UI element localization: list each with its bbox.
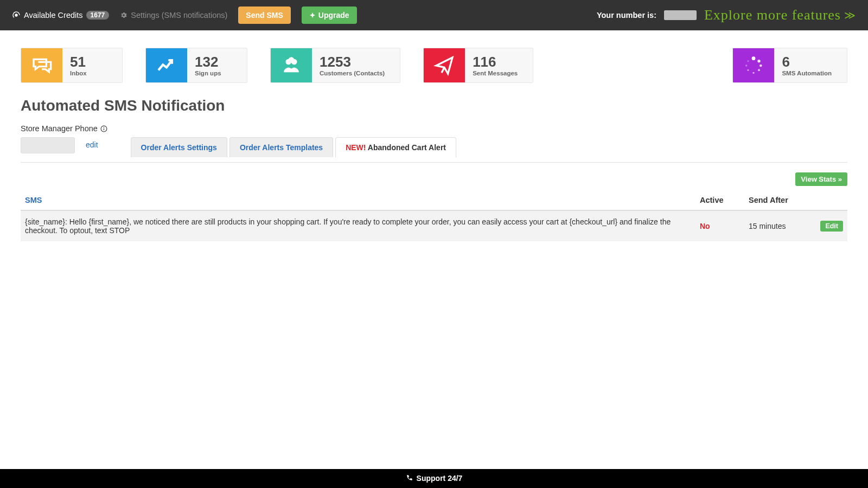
explore-label: Explore more features bbox=[704, 7, 841, 23]
your-number-label: Your number is: bbox=[597, 11, 656, 20]
stat-body: 132 Sign ups bbox=[187, 48, 247, 82]
stat-card-sent[interactable]: 116 Sent Messages bbox=[423, 48, 533, 83]
cell-sms: {site_name}: Hello {first_name}, we noti… bbox=[21, 210, 695, 241]
available-credits[interactable]: Available Credits 1677 bbox=[12, 11, 109, 20]
phone-value bbox=[21, 137, 75, 153]
explore-features-link[interactable]: Explore more features ≫ bbox=[704, 7, 856, 23]
svg-point-5 bbox=[760, 64, 762, 67]
stat-card-customers[interactable]: 1253 Customers (Contacts) bbox=[270, 48, 400, 83]
stat-label: Sign ups bbox=[195, 70, 232, 76]
th-actions bbox=[815, 190, 847, 210]
users-icon bbox=[271, 48, 312, 82]
stat-value: 132 bbox=[195, 55, 232, 69]
svg-point-2 bbox=[289, 57, 295, 63]
gear-icon bbox=[120, 11, 127, 19]
page-title: Automated SMS Notification bbox=[21, 97, 847, 114]
sms-table: SMS Active Send After {site_name}: Hello… bbox=[21, 190, 847, 241]
svg-point-7 bbox=[753, 72, 755, 73]
tab-label: Order Alerts Settings bbox=[141, 143, 217, 152]
plane-icon bbox=[424, 48, 465, 82]
table-header-row: SMS Active Send After bbox=[21, 190, 847, 210]
settings-label: Settings (SMS notifications) bbox=[131, 11, 227, 20]
topbar-right: Your number is: Explore more features ≫ bbox=[597, 7, 856, 23]
chat-icon bbox=[21, 48, 62, 82]
tab-label: Order Alerts Templates bbox=[240, 143, 323, 152]
send-sms-button[interactable]: Send SMS bbox=[238, 7, 290, 24]
stat-body: 116 Sent Messages bbox=[465, 48, 533, 82]
topbar-left: Available Credits 1677 Settings (SMS not… bbox=[12, 7, 357, 24]
upgrade-button[interactable]: Upgrade bbox=[302, 7, 357, 24]
upgrade-label: Upgrade bbox=[318, 11, 349, 20]
stat-card-automation[interactable]: 6 SMS Automation bbox=[732, 48, 847, 83]
spinner-icon bbox=[733, 48, 774, 82]
stat-value: 6 bbox=[782, 55, 832, 69]
cell-actions: Edit bbox=[815, 210, 847, 241]
view-stats-button[interactable]: View Stats » bbox=[795, 172, 847, 186]
phone-edit-link[interactable]: edit bbox=[86, 140, 98, 149]
credits-label: Available Credits bbox=[24, 11, 83, 20]
main-container: Automated SMS Notification Store Manager… bbox=[0, 97, 868, 241]
edit-button[interactable]: Edit bbox=[820, 221, 843, 232]
tab-abandoned-cart-alert[interactable]: NEW! Abandoned Cart Alert bbox=[335, 137, 456, 158]
stat-body: 1253 Customers (Contacts) bbox=[312, 48, 400, 82]
settings-link[interactable]: Settings (SMS notifications) bbox=[120, 11, 227, 20]
tab-new-badge: NEW! bbox=[346, 143, 366, 152]
view-stats-row: View Stats » bbox=[21, 172, 847, 186]
stats-row: 51 Inbox 132 Sign ups 1253 Customers (Co… bbox=[0, 30, 868, 93]
phone-label: Store Manager Phone bbox=[21, 124, 98, 133]
svg-point-9 bbox=[745, 65, 747, 66]
stat-label: Customers (Contacts) bbox=[320, 70, 385, 76]
phone-section: Store Manager Phone edit Order Alerts Se… bbox=[21, 124, 847, 157]
svg-point-4 bbox=[758, 60, 761, 62]
stat-label: Sent Messages bbox=[473, 70, 518, 76]
phone-label-row: Store Manager Phone bbox=[21, 124, 847, 133]
svg-point-6 bbox=[758, 69, 760, 71]
tab-order-alerts-settings[interactable]: Order Alerts Settings bbox=[131, 137, 227, 157]
stat-label: Inbox bbox=[70, 70, 107, 76]
active-value: No bbox=[700, 222, 710, 230]
svg-point-12 bbox=[104, 127, 105, 128]
svg-point-8 bbox=[748, 69, 749, 70]
tab-label: Abandoned Cart Alert bbox=[368, 143, 446, 152]
th-sms-link[interactable]: SMS bbox=[25, 196, 42, 204]
stat-card-inbox[interactable]: 51 Inbox bbox=[21, 48, 123, 83]
th-sms[interactable]: SMS bbox=[21, 190, 695, 210]
cell-send-after: 15 minutes bbox=[744, 210, 815, 241]
dashboard-icon bbox=[12, 11, 21, 20]
th-active: Active bbox=[695, 190, 744, 210]
stat-value: 116 bbox=[473, 55, 518, 69]
info-icon[interactable] bbox=[100, 125, 107, 132]
chevron-right-icon: ≫ bbox=[844, 9, 856, 22]
stat-value: 51 bbox=[70, 55, 107, 69]
topbar: Available Credits 1677 Settings (SMS not… bbox=[0, 0, 868, 30]
th-send-after: Send After bbox=[744, 190, 815, 210]
svg-point-10 bbox=[748, 60, 749, 62]
stat-card-signups[interactable]: 132 Sign ups bbox=[145, 48, 247, 83]
cell-active: No bbox=[695, 210, 744, 241]
stat-label: SMS Automation bbox=[782, 70, 832, 76]
tabs: Order Alerts Settings Order Alerts Templ… bbox=[131, 137, 847, 157]
chart-icon bbox=[146, 48, 187, 82]
stat-body: 51 Inbox bbox=[62, 48, 122, 82]
svg-point-3 bbox=[752, 56, 756, 60]
table-row: {site_name}: Hello {first_name}, we noti… bbox=[21, 210, 847, 241]
svg-rect-13 bbox=[104, 128, 104, 130]
credits-badge: 1677 bbox=[86, 11, 110, 20]
tab-order-alerts-templates[interactable]: Order Alerts Templates bbox=[229, 137, 333, 157]
stat-value: 1253 bbox=[320, 55, 385, 69]
rocket-icon bbox=[309, 12, 316, 18]
your-number-value bbox=[664, 10, 697, 20]
stat-body: 6 SMS Automation bbox=[774, 48, 847, 82]
phone-row: edit Order Alerts Settings Order Alerts … bbox=[21, 137, 847, 157]
